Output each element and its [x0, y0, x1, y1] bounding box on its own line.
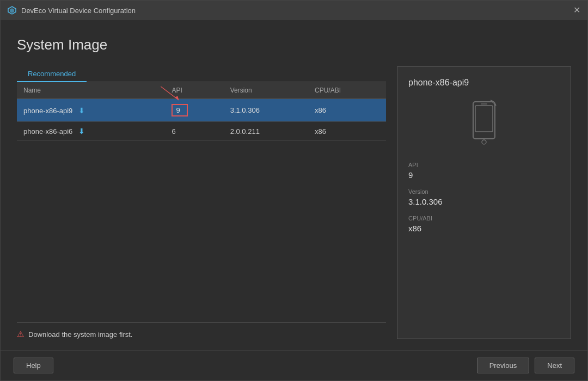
detail-panel: phone-x86-api9	[397, 66, 571, 339]
svg-point-6	[482, 140, 486, 144]
col-header-name: Name	[17, 82, 165, 99]
cell-version: 2.0.0.211	[224, 122, 308, 141]
table-wrapper: Name API Version CPU/ABI	[17, 82, 386, 322]
cell-api: 6	[165, 122, 223, 141]
close-button[interactable]: ✕	[572, 6, 581, 15]
table-header-row: Name API Version CPU/ABI	[17, 82, 386, 99]
table-container: Name API Version CPU/ABI	[17, 82, 386, 141]
help-button[interactable]: Help	[14, 358, 53, 373]
main-area: Recommended	[17, 66, 571, 339]
svg-rect-5	[475, 106, 493, 132]
detail-api-value: 9	[408, 170, 413, 180]
svg-rect-4	[473, 102, 495, 139]
warning-message: ⚠ Download the system image first.	[17, 329, 386, 339]
download-icon[interactable]: ⬇	[78, 106, 85, 115]
cell-cpu: x86	[308, 122, 386, 141]
detail-cpu-label: CPU/ABI	[408, 215, 432, 222]
col-header-version: Version	[224, 82, 308, 99]
footer-right: Previous Next	[477, 358, 574, 373]
device-icon-area	[408, 96, 560, 151]
bottom-warning-area: ⚠ Download the system image first.	[17, 322, 386, 339]
footer: Help Previous Next	[1, 350, 587, 380]
col-header-cpu: CPU/ABI	[308, 82, 386, 99]
detail-version-label: Version	[408, 188, 428, 195]
left-panel: Recommended	[17, 66, 386, 339]
warning-icon: ⚠	[17, 329, 24, 339]
titlebar: DevEco Virtual Device Configuration ✕	[1, 1, 587, 20]
previous-button[interactable]: Previous	[477, 358, 530, 373]
svg-marker-1	[10, 8, 14, 13]
detail-version-value: 3.1.0.306	[408, 197, 443, 206]
download-icon[interactable]: ⬇	[78, 127, 85, 136]
cell-name: phone-x86-api6 ⬇	[17, 122, 165, 141]
detail-device-name: phone-x86-api9	[408, 78, 469, 88]
main-content: System Image Recommended	[1, 20, 587, 350]
page-title: System Image	[17, 36, 571, 53]
main-window: DevEco Virtual Device Configuration ✕ Sy…	[0, 0, 588, 381]
deveco-logo-icon	[7, 5, 17, 15]
cell-api: 9	[165, 99, 223, 122]
tab-bar: Recommended	[17, 66, 386, 82]
cell-cpu: x86	[308, 99, 386, 122]
cell-name: phone-x86-api9 ⬇	[17, 99, 165, 122]
table-row[interactable]: phone-x86-api6 ⬇ 6 2.0.0.211 x86	[17, 122, 386, 141]
next-button[interactable]: Next	[535, 358, 574, 373]
detail-cpu-value: x86	[408, 224, 421, 233]
detail-api-label: API	[408, 162, 418, 168]
tab-recommended[interactable]: Recommended	[17, 66, 87, 82]
phone-device-icon	[462, 99, 506, 148]
window-title: DevEco Virtual Device Configuration	[21, 7, 136, 15]
col-header-api: API	[165, 82, 223, 99]
cell-version: 3.1.0.306	[224, 99, 308, 122]
table-row[interactable]: phone-x86-api9 ⬇ 9	[17, 99, 386, 122]
system-image-table: Name API Version CPU/ABI	[17, 82, 386, 141]
api-highlight-box: 9	[171, 104, 188, 116]
titlebar-left: DevEco Virtual Device Configuration	[7, 5, 136, 15]
